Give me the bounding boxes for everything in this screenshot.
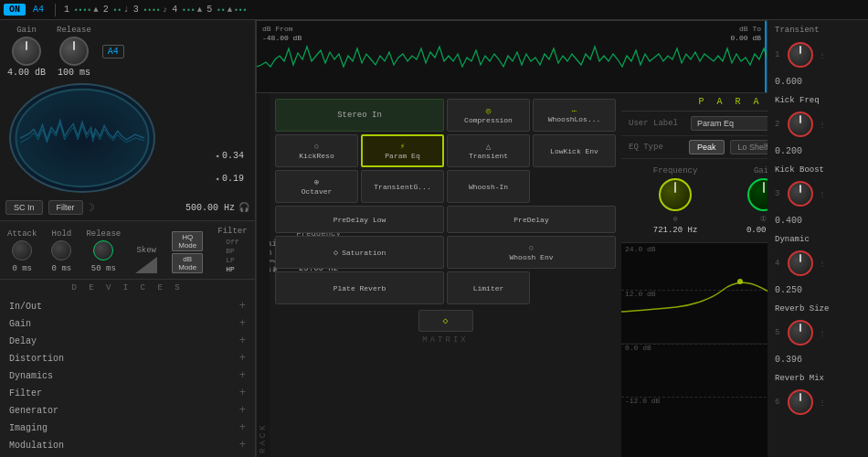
lo-shelf-button[interactable]: Lo Shelf (730, 140, 767, 154)
imaging-plus-icon[interactable]: + (239, 421, 246, 434)
kickreso-icon: ○ (314, 143, 319, 152)
icon-5: ▲ (228, 5, 232, 15)
dynamics-plus-icon[interactable]: + (239, 369, 246, 382)
device-distortion[interactable]: Distortion + (5, 350, 249, 367)
knob-dots-1: ⋮ (819, 51, 826, 59)
reverb-size-knob[interactable] (788, 320, 813, 345)
eq-freq-knob-sub: ⊙ (673, 215, 678, 223)
rack-param-eq[interactable]: ⚡ Param Eq (361, 134, 444, 167)
modulation-plus-icon[interactable]: + (239, 439, 246, 452)
kick-boost-knob[interactable] (788, 181, 813, 207)
device-modulation[interactable]: Modulation + (5, 437, 249, 453)
filter-button[interactable]: Filter (48, 200, 83, 215)
center-content: dB From dB To -48.00 dB 0.00 dB RACK Ste… (256, 20, 767, 457)
right-knob-row-6: 6 ⋮ (775, 389, 861, 415)
eq-freq-knob[interactable] (659, 178, 692, 211)
release-col: Release 50 ms (86, 229, 121, 273)
rack-predelay-low[interactable]: PreDelay Low (275, 206, 444, 233)
delay-plus-icon[interactable]: + (239, 335, 246, 347)
rack-compression[interactable]: ◎ Compression (447, 99, 530, 132)
kick-freq-value: 0.200 (775, 146, 861, 156)
gain-knob[interactable] (12, 37, 41, 66)
rack-kickreso[interactable]: ○ KickReso (275, 134, 358, 167)
marker-upper-value: 0.34 (222, 151, 244, 161)
hold-label: Hold (52, 229, 72, 239)
filter-hp[interactable]: HP (224, 265, 240, 273)
device-delay[interactable]: Delay + (5, 333, 249, 349)
transient-rack-icon: △ (486, 142, 491, 152)
rack-whoosh-env[interactable]: ○ Whoosh Env (447, 236, 616, 269)
devices-title: D E V I C E S (5, 283, 249, 292)
gain-plus-icon[interactable]: + (239, 317, 246, 330)
distortion-plus-icon[interactable]: + (239, 352, 246, 365)
filter-plus-icon[interactable]: + (239, 387, 246, 399)
rack-limiter[interactable]: Limiter (447, 271, 530, 304)
device-generator[interactable]: Generator + (5, 402, 249, 419)
right-knob-row-4: 4 ⋮ (775, 250, 861, 276)
user-label-input[interactable] (691, 116, 767, 131)
filter-lp[interactable]: LP (224, 256, 240, 264)
right-knob-row-1: 1 ⋮ (775, 42, 861, 68)
generator-plus-icon[interactable]: + (239, 404, 246, 417)
devices-section: D E V I C E S In/Out + Gain + Delay + Di… (0, 280, 255, 457)
bar-number-3: 3 (133, 5, 139, 15)
freq-display: 500.00 Hz 🎧 (185, 202, 249, 213)
release-knob[interactable] (93, 240, 113, 260)
octaver-label: Octaver (302, 187, 333, 196)
rack-whooshlos[interactable]: ⋯ WhooshLos... (533, 99, 616, 132)
filter-label-params: Filter (217, 227, 247, 236)
rack-whooshin[interactable]: Whoosh-In (447, 170, 530, 203)
hq-mode-button[interactable]: HQ Mode (172, 231, 203, 251)
rack-lowkick[interactable]: LowKick Env (533, 134, 616, 167)
whooshlos-icon: ⋯ (572, 107, 577, 115)
filter-col: Filter Off BP LP HP (217, 227, 247, 273)
stereo-in-label: Stereo In (337, 111, 382, 120)
rack-octaver[interactable]: ⊕ Octaver (275, 170, 358, 203)
in-out-plus-icon[interactable]: + (239, 300, 246, 313)
eq-gain-knob[interactable] (747, 178, 767, 211)
peak-button[interactable]: Peak (689, 140, 725, 154)
eq-gain-value: 0.00 dB (746, 226, 767, 235)
device-filter[interactable]: Filter + (5, 385, 249, 401)
attack-knob[interactable] (12, 240, 32, 260)
kick-freq-knob[interactable] (788, 112, 813, 137)
device-dynamics[interactable]: Dynamics + (5, 367, 249, 384)
release-label: Release (57, 26, 91, 35)
transient-knob[interactable] (788, 42, 813, 68)
rack-predelay[interactable]: PreDelay (447, 206, 616, 233)
eq-gain-group: Gain ① 0.00 dB (746, 166, 767, 235)
device-imaging[interactable]: Imaging + (5, 420, 249, 436)
circular-visualizer (9, 83, 155, 193)
a4-badge[interactable]: A4 (102, 45, 124, 58)
sc-in-button[interactable]: SC In (5, 200, 43, 215)
mode-buttons: HQ Mode dB Mode (172, 231, 203, 273)
reverb-mix-knob[interactable] (788, 389, 813, 415)
rack-saturation[interactable]: ◇ Saturation (275, 236, 444, 269)
filter-off[interactable]: Off (224, 238, 240, 246)
on-button[interactable]: ON (4, 4, 26, 16)
top-bar: ON A4 1 ▪▪▪▪ ▲ 2 ▪▪ ♩ 3 ▪▪▪▪ ♪ 4 ▪▪▪ ▲ 5… (0, 0, 868, 20)
kick-freq-label: Kick Freq (775, 96, 861, 105)
bar-number-4: 4 (172, 5, 177, 15)
rack-stereo-in[interactable]: Stereo In (275, 99, 444, 132)
rack-plate-reverb[interactable]: Plate Reverb (275, 271, 444, 304)
device-list: In/Out + Gain + Delay + Distortion + Dyn… (5, 298, 249, 457)
filter-bp[interactable]: BP (224, 247, 240, 255)
rack-bottom-module[interactable]: ◇ (418, 310, 473, 332)
device-in-out[interactable]: In/Out + (5, 298, 249, 314)
db-mode-button[interactable]: dB Mode (172, 253, 203, 273)
filter-options: Off BP LP HP (224, 238, 240, 273)
rack-transient[interactable]: △ Transient (447, 134, 530, 167)
release-knob[interactable] (59, 37, 89, 66)
knob-dots-2: ⋮ (819, 121, 826, 129)
dynamic-knob[interactable] (788, 250, 813, 276)
whoosh-env-icon: ○ (529, 244, 534, 253)
eq-freq-label: Frequency (653, 166, 698, 175)
waveform-svg (257, 21, 767, 93)
kick-boost-label: Kick Boost (775, 165, 861, 175)
rack-transientg[interactable]: TransientG... (361, 170, 444, 203)
device-gain[interactable]: Gain + (5, 315, 249, 332)
hold-knob[interactable] (51, 240, 71, 260)
skew-control[interactable] (135, 257, 157, 273)
transient-rack-label: Transient (469, 152, 508, 160)
